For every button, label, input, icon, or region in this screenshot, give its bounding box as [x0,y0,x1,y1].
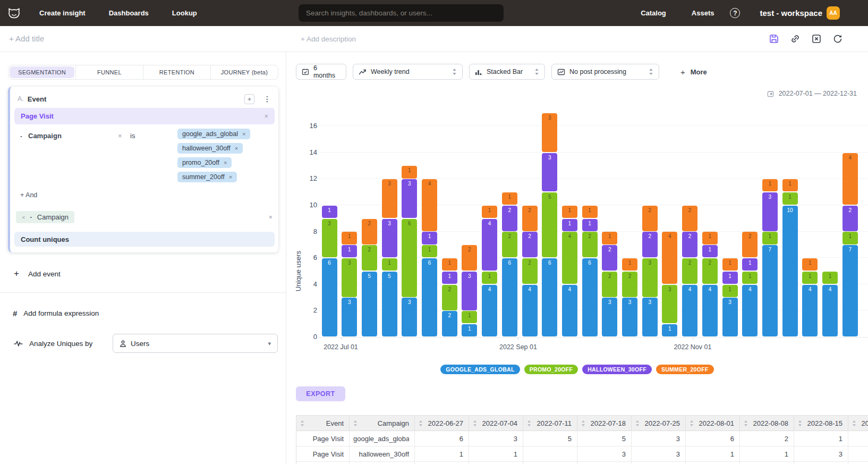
bar-segment-google_ads_global[interactable]: 4 [482,285,497,337]
clear-chart-icon[interactable] [811,33,822,44]
bar-segment-halloween_30off[interactable]: 1 [322,206,337,218]
bar-segment-promo_20off[interactable]: 1 [782,192,798,205]
bar-segment-halloween_30off[interactable]: 1 [342,245,357,257]
bar-segment-halloween_30off[interactable]: 3 [462,272,477,310]
bar-segment-google_ads_global[interactable]: 10 [782,206,798,337]
event-selector[interactable]: Page Visit × [14,108,275,124]
bar-segment-google_ads_global[interactable]: 6 [422,258,437,336]
filter-property[interactable]: Campaign [28,132,62,140]
app-logo-icon[interactable] [6,6,21,21]
post-processing-select[interactable]: No post processing [551,64,659,80]
bar-segment-summer_20off[interactable]: 1 [702,232,718,244]
filter-operator[interactable]: is [130,132,135,140]
table-header-cell[interactable]: 2022-08-22 [848,416,868,431]
bar-segment-halloween_30off[interactable]: 2 [843,206,858,231]
link-icon[interactable] [790,33,801,44]
sort-icon[interactable] [798,420,802,427]
bar-segment-summer_20off[interactable]: 1 [622,258,637,271]
bar-segment-google_ads_global[interactable]: 4 [522,285,538,337]
nav-dashboards[interactable]: Dashboards [109,9,149,17]
bar-segment-google_ads_global[interactable]: 4 [702,285,718,337]
bar-segment-summer_20off[interactable]: 1 [402,166,417,178]
breakdown-chip[interactable]: × · Campaign [16,211,74,223]
bar-segment-promo_20off[interactable]: 2 [502,232,517,257]
bar-segment-summer_20off[interactable]: 1 [722,258,738,271]
bar-segment-google_ads_global[interactable]: 1 [462,324,477,336]
nav-assets[interactable]: Assets [692,9,714,17]
bar-segment-halloween_30off[interactable]: 1 [722,272,738,284]
bar-segment-google_ads_global[interactable]: 3 [602,298,617,336]
bar-segment-halloween_30off[interactable]: 3 [402,179,417,218]
bar-segment-promo_20off[interactable]: 1 [382,258,397,271]
sort-icon[interactable] [852,420,856,427]
bar-segment-halloween_30off[interactable]: 3 [762,192,778,231]
bar-segment-summer_20off[interactable]: 1 [602,232,617,244]
chip-close-icon[interactable]: × [224,159,227,166]
bar-segment-summer_20off[interactable]: 2 [642,206,658,231]
chip-close-icon[interactable]: × [235,145,238,151]
legend-item-halloween_30off[interactable]: HALLOWEEN_30OFF [582,365,652,374]
table-header-cell[interactable]: Event [296,416,350,431]
workspace-name[interactable]: test - workspace [760,9,822,18]
bar-segment-google_ads_global[interactable]: 1 [662,324,677,336]
bar-segment-google_ads_global[interactable]: 6 [542,258,557,336]
remove-event-icon[interactable]: × [264,112,268,120]
bar-segment-google_ads_global[interactable]: 4 [742,285,758,337]
tab-funnel[interactable]: FUNNEL [75,65,143,79]
trend-select[interactable]: Weekly trend [353,64,463,80]
legend-item-promo_20off[interactable]: PROMO_20OFF [524,365,578,374]
filter-value-chip[interactable]: halloween_30off× [177,143,243,154]
search-input[interactable] [306,9,496,17]
bar-segment-summer_20off[interactable]: 1 [482,206,497,218]
bar-segment-promo_20off[interactable]: 1 [822,272,838,284]
filter-value-chip[interactable]: summer_20off× [177,172,237,182]
chart-type-select[interactable]: Stacked Bar [469,64,545,80]
bar-segment-halloween_30off[interactable]: 2 [602,245,617,271]
table-header-cell[interactable]: 2022-07-25 [632,416,686,431]
bar-segment-summer_20off[interactable]: 1 [502,192,517,205]
bar-segment-promo_20off[interactable]: 1 [742,272,758,284]
bar-segment-promo_20off[interactable]: 2 [702,258,718,284]
sort-icon[interactable] [473,420,477,427]
tab-segmentation[interactable]: SEGMENTATION [8,65,75,79]
add-title-button[interactable]: + Add title [9,34,44,43]
sort-icon[interactable] [635,420,640,427]
bar-segment-summer_20off[interactable]: 1 [442,258,457,271]
add-formula-button[interactable]: # Add formula expression [13,309,99,318]
nav-lookup[interactable]: Lookup [172,9,197,17]
avatar[interactable]: AA [827,6,840,20]
bar-segment-promo_20off[interactable]: 3 [642,258,658,297]
bar-segment-summer_20off[interactable]: 2 [522,206,538,231]
save-icon[interactable] [769,33,779,44]
table-header-cell[interactable]: Campaign [350,416,415,431]
bar-segment-halloween_30off[interactable]: 2 [522,232,538,257]
bar-segment-promo_20off[interactable]: 3 [342,258,357,297]
nav-catalog[interactable]: Catalog [641,9,666,17]
bar-segment-summer_20off[interactable]: 3 [382,179,397,218]
bar-segment-google_ads_global[interactable]: 6 [322,258,337,336]
bar-segment-summer_20off[interactable]: 4 [422,179,437,231]
bar-segment-google_ads_global[interactable]: 3 [722,298,738,336]
bar-segment-promo_20off[interactable]: 2 [522,258,538,284]
bar-segment-google_ads_global[interactable]: 4 [802,285,818,337]
bar-segment-promo_20off[interactable]: 2 [682,258,697,284]
bar-segment-halloween_30off[interactable]: 1 [442,272,457,284]
bar-segment-promo_20off[interactable]: 1 [843,232,858,244]
bar-segment-halloween_30off[interactable]: 1 [702,245,718,257]
bar-segment-google_ads_global[interactable]: 3 [622,298,637,336]
bar-segment-google_ads_global[interactable]: 5 [382,272,397,337]
add-event-button[interactable]: + Add event [14,268,61,279]
bar-segment-google_ads_global[interactable]: 3 [642,298,658,336]
bar-segment-halloween_30off[interactable]: 3 [382,219,397,258]
legend-item-google_ads_global[interactable]: GOOGLE_ADS_GLOBAL [440,365,520,374]
bar-segment-google_ads_global[interactable]: 6 [502,258,517,336]
bar-segment-promo_20off[interactable]: 2 [602,272,617,297]
bar-segment-promo_20off[interactable]: 4 [562,232,577,284]
table-header-cell[interactable]: 2022-07-04 [469,416,523,431]
filter-value-chip[interactable]: promo_20off× [177,157,232,168]
bar-segment-google_ads_global[interactable]: 3 [402,298,417,336]
add-filter-icon[interactable]: + [244,94,254,104]
add-description-button[interactable]: + Add description [301,35,356,43]
bar-segment-summer_20off[interactable]: 1 [762,179,778,191]
sort-icon[interactable] [581,420,585,427]
